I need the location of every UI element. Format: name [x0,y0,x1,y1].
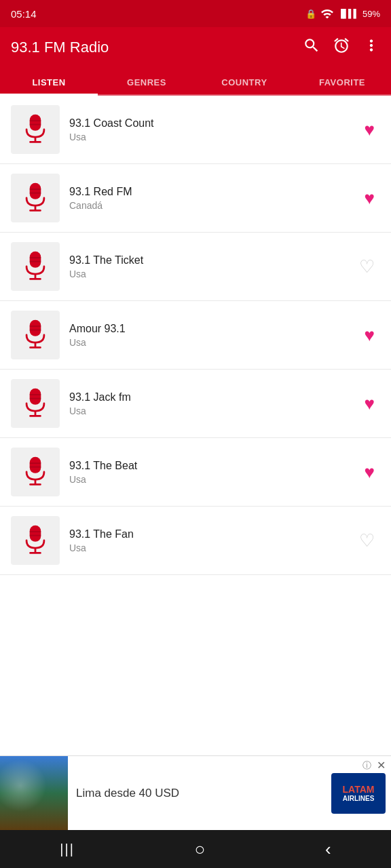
search-icon[interactable] [303,37,320,58]
list-item[interactable]: 93.1 Coast Count Usa ♥ [0,96,391,164]
status-bar: 05:14 🔒 ▐▌▌▌ 59% [0,0,391,27]
svg-rect-0 [30,115,41,131]
favorite-button[interactable]: ♥ [359,456,380,488]
ad-text: Lima desde 40 USD [68,780,331,807]
station-info: 93.1 The Beat Usa [60,460,359,485]
station-info: 93.1 Jack fm Usa [60,391,359,416]
microphone-icon [20,387,50,420]
station-country: Usa [69,406,359,416]
ad-close-button[interactable]: ✕ [377,759,386,772]
app-title: 93.1 FM Radio [11,39,303,56]
nav-menu-button[interactable]: ||| [43,836,91,863]
more-icon[interactable] [362,37,380,58]
nav-home-button[interactable]: ○ [179,833,222,865]
app-bar: 93.1 FM Radio [0,27,391,68]
status-time: 05:14 [11,8,37,20]
ad-logo-brand: LATAM [343,784,375,795]
microphone-icon [20,250,50,283]
favorite-button[interactable]: ♥ [359,319,380,351]
svg-rect-15 [30,320,41,336]
favorite-button[interactable]: ♡ [354,251,380,283]
microphone-icon [20,456,50,488]
station-name: 93.1 Jack fm [69,391,359,403]
signal-icon: ▐▌▌▌ [338,9,358,18]
battery-icon: 59% [362,9,380,19]
tab-favorite[interactable]: FAVORITE [293,68,391,94]
svg-rect-20 [30,389,41,405]
tab-bar: LISTEN GENRES COUNTRY FAVORITE [0,68,391,96]
station-country: Usa [69,337,359,348]
favorite-button[interactable]: ♥ [359,182,380,214]
list-item[interactable]: 93.1 Jack fm Usa ♥ [0,370,391,438]
station-info: 93.1 The Fan Usa [60,528,354,553]
ad-info-icon[interactable]: ⓘ [362,760,371,772]
tab-country[interactable]: COUNTRY [196,68,293,94]
station-country: Canadá [69,200,359,211]
lock-icon: 🔒 [305,9,316,19]
list-item[interactable]: Amour 93.1 Usa ♥ [0,301,391,370]
station-name: 93.1 The Beat [69,460,359,472]
station-country: Usa [69,132,359,142]
station-icon [11,379,60,428]
microphone-icon [20,524,50,557]
list-item[interactable]: 93.1 Red FM Canadá ♥ [0,164,391,233]
station-icon [11,311,60,359]
microphone-icon [20,182,50,214]
ad-controls: ⓘ ✕ [362,759,386,772]
list-item[interactable]: 93.1 The Fan Usa ♡ [0,507,391,575]
station-info: 93.1 The Ticket Usa [60,254,354,279]
station-name: 93.1 Coast Count [69,117,359,130]
microphone-icon [20,319,50,351]
svg-rect-30 [30,526,41,542]
svg-rect-10 [30,252,41,268]
app-bar-actions [303,37,380,58]
station-name: 93.1 The Ticket [69,254,354,267]
tab-genres[interactable]: GENRES [98,68,196,94]
station-icon [11,174,60,222]
alarm-icon[interactable] [333,37,350,58]
station-icon [11,448,60,496]
ad-image [0,756,68,830]
favorite-button[interactable]: ♥ [359,114,380,146]
station-info: Amour 93.1 Usa [60,323,359,348]
status-icons: 🔒 ▐▌▌▌ 59% [305,7,380,20]
bottom-nav: ||| ○ ‹ [0,830,391,868]
station-icon [11,516,60,565]
ad-logo-subtitle: AIRLINES [343,795,375,803]
ad-banner[interactable]: ⓘ ✕ Lima desde 40 USD LATAM AIRLINES [0,755,391,830]
ad-logo: LATAM AIRLINES [331,773,386,814]
tab-listen[interactable]: LISTEN [0,68,98,94]
station-country: Usa [69,474,359,485]
station-icon [11,105,60,154]
list-item[interactable]: 93.1 The Beat Usa ♥ [0,438,391,507]
station-icon [11,242,60,291]
svg-rect-5 [30,183,41,199]
station-info: 93.1 Coast Count Usa [60,117,359,142]
station-name: 93.1 The Fan [69,528,354,540]
microphone-icon [20,113,50,146]
station-name: 93.1 Red FM [69,186,359,198]
station-name: Amour 93.1 [69,323,359,335]
station-country: Usa [69,269,354,279]
svg-rect-25 [30,457,41,473]
nav-back-button[interactable]: ‹ [309,833,348,865]
favorite-button[interactable]: ♡ [354,525,380,557]
favorite-button[interactable]: ♥ [359,388,380,420]
station-list: 93.1 Coast Count Usa ♥ 93.1 Red FM Canad… [0,96,391,697]
station-info: 93.1 Red FM Canadá [60,186,359,211]
station-country: Usa [69,542,354,553]
wifi-icon [320,7,334,20]
list-item[interactable]: 93.1 The Ticket Usa ♡ [0,233,391,301]
